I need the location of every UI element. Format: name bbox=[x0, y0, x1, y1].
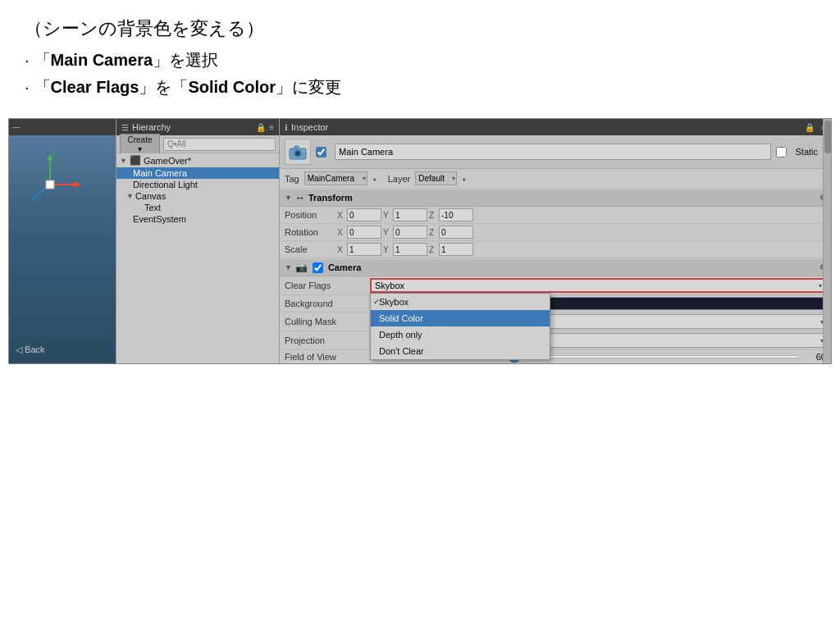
back-label[interactable]: ◁ Back bbox=[16, 345, 45, 355]
clear-flags-dropdown: Skybox Solid Color Depth only Don't Clea… bbox=[370, 293, 550, 360]
hierarchy-item-text[interactable]: Text bbox=[116, 202, 279, 213]
tag-dropdown-hint: ⬧ bbox=[372, 175, 377, 183]
hierarchy-item-canvas[interactable]: ▼ Canvas bbox=[116, 190, 279, 202]
position-z-label: Z bbox=[429, 211, 437, 220]
svg-rect-5 bbox=[46, 180, 54, 189]
scale-z-label: Z bbox=[429, 245, 437, 254]
main-camera-label: Main Camera bbox=[133, 168, 187, 178]
camera-enabled-checkbox[interactable] bbox=[313, 262, 323, 273]
gameobject-unity-icon: ⬛ bbox=[130, 155, 141, 166]
hierarchy-item-eventsystem[interactable]: EventSystem bbox=[116, 213, 279, 225]
projection-label: Projection bbox=[285, 336, 367, 345]
gizmo-svg: y x bbox=[17, 152, 83, 217]
inspector-topbar: Static ▾ bbox=[280, 135, 831, 169]
position-y-input[interactable] bbox=[393, 208, 427, 221]
camera-icon bbox=[288, 144, 308, 160]
inspector-title: Inspector bbox=[291, 122, 801, 132]
rotation-xyz: X Y Z bbox=[337, 226, 826, 239]
directional-light-label: Directional Light bbox=[133, 180, 198, 189]
canvas-label: Canvas bbox=[135, 191, 166, 201]
svg-rect-12 bbox=[303, 150, 305, 152]
hierarchy-content: ▼ ⬛ GameOver* Main Camera Directional Li… bbox=[116, 153, 279, 363]
static-label: Static bbox=[795, 147, 818, 157]
background-label: Background bbox=[285, 299, 367, 308]
scale-label: Scale bbox=[285, 244, 334, 254]
tag-layer-row: Tag MainCamera ⬧ Layer Default ⬧ bbox=[280, 169, 831, 189]
position-xyz: X Y Z bbox=[337, 208, 826, 221]
scene-content: y x ◁ Back bbox=[9, 135, 116, 363]
dropdown-item-skybox[interactable]: Skybox bbox=[371, 294, 550, 310]
hierarchy-item-main-camera[interactable]: Main Camera bbox=[116, 167, 279, 179]
projection-row: Projection Perspective bbox=[280, 331, 831, 350]
rotation-y-input[interactable] bbox=[393, 226, 427, 239]
clear-flags-current-value: Skybox bbox=[375, 281, 404, 290]
scale-x-input[interactable] bbox=[347, 243, 381, 256]
svg-text:x: x bbox=[82, 181, 83, 189]
eventsystem-label: EventSystem bbox=[133, 214, 186, 224]
clear-flags-row: Clear Flags Skybox Skybox Solid Color De… bbox=[280, 276, 831, 295]
camera-header: ▼ 📷 Camera ⚙ bbox=[280, 258, 831, 276]
hierarchy-search[interactable] bbox=[163, 138, 276, 151]
transform-header: ▼ ↔ Transform ⚙ bbox=[280, 189, 831, 207]
text-label: Text bbox=[144, 203, 161, 212]
fov-label: Field of View bbox=[285, 352, 367, 362]
position-row: Position X Y Z bbox=[280, 207, 831, 224]
rotation-z-label: Z bbox=[429, 228, 437, 237]
dropdown-item-solid-color[interactable]: Solid Color bbox=[371, 310, 550, 326]
scrollbar-thumb bbox=[824, 121, 831, 153]
transform-arrow: ▼ bbox=[285, 194, 292, 202]
layer-label: Layer bbox=[388, 174, 411, 184]
dropdown-item-depth-only[interactable]: Depth only bbox=[371, 326, 550, 343]
layer-select-wrap: Default bbox=[415, 171, 457, 185]
hierarchy-toolbar: Create ▾ bbox=[116, 135, 279, 153]
camera-comp-arrow: ▼ bbox=[285, 263, 292, 272]
rotation-label: Rotation bbox=[285, 227, 334, 237]
culling-mask-row: Culling Mask Everything bbox=[280, 313, 831, 331]
scale-xyz: X Y Z bbox=[337, 243, 826, 256]
bullet-2: · bbox=[25, 78, 30, 97]
inspector-lock-icon[interactable]: 🔒 bbox=[805, 123, 815, 132]
position-x-input[interactable] bbox=[347, 208, 381, 221]
hierarchy-menu-icon[interactable]: ≡ bbox=[269, 123, 274, 132]
inspector-panel: ℹ Inspector 🔒 ≡ bbox=[280, 119, 831, 363]
object-name-input[interactable] bbox=[335, 144, 771, 160]
instruction-item-1: · 「Main Camera」を選択 bbox=[25, 49, 815, 71]
tag-select-wrap: MainCamera bbox=[304, 171, 368, 185]
culling-mask-label: Culling Mask bbox=[285, 317, 367, 326]
rotation-z-input[interactable] bbox=[439, 226, 473, 239]
inspector-content: Static ▾ Tag MainCamera ⬧ Layer Default bbox=[280, 135, 831, 363]
layer-dropdown-hint: ⬧ bbox=[462, 175, 466, 183]
inspector-icon: ℹ bbox=[285, 123, 288, 132]
create-button[interactable]: Create ▾ bbox=[120, 134, 160, 155]
object-enabled-checkbox[interactable] bbox=[316, 147, 326, 158]
layer-select[interactable]: Default bbox=[415, 171, 457, 185]
static-checkbox[interactable] bbox=[776, 147, 787, 158]
camera-comp-title: Camera bbox=[328, 262, 816, 272]
hierarchy-lock-icon[interactable]: 🔒 bbox=[256, 123, 266, 132]
scale-y-input[interactable] bbox=[393, 243, 427, 256]
tag-label: Tag bbox=[285, 174, 299, 184]
inspector-scrollbar[interactable] bbox=[823, 119, 831, 363]
inspector-header: ℹ Inspector 🔒 ≡ bbox=[280, 119, 831, 135]
camera-comp-icon: 📷 bbox=[295, 262, 308, 273]
hierarchy-panel: ☰ Hierarchy 🔒 ≡ Create ▾ ▼ ⬛ GameOver* M… bbox=[116, 119, 280, 363]
gameobject-root[interactable]: ▼ ⬛ GameOver* bbox=[116, 153, 279, 167]
canvas-arrow: ▼ bbox=[126, 192, 134, 200]
instruction-item-2: · 「Clear Flags」を「Solid Color」に変更 bbox=[25, 76, 815, 98]
svg-text:y: y bbox=[52, 152, 55, 156]
scene-toolbar: — bbox=[9, 119, 116, 135]
scene-view: — y x ◁ Back bbox=[9, 119, 116, 363]
instruction-title: （シーンの背景色を変える） bbox=[25, 16, 815, 41]
svg-marker-3 bbox=[73, 181, 81, 188]
rotation-x-label: X bbox=[337, 228, 345, 237]
instruction-area: （シーンの背景色を変える） · 「Main Camera」を選択 · 「Clea… bbox=[0, 0, 840, 112]
dropdown-item-dont-clear[interactable]: Don't Clear bbox=[371, 343, 550, 359]
hierarchy-item-directional-light[interactable]: Directional Light bbox=[116, 179, 279, 190]
rotation-x-input[interactable] bbox=[347, 226, 381, 239]
tag-select[interactable]: MainCamera bbox=[304, 171, 368, 185]
position-z-input[interactable] bbox=[439, 208, 473, 221]
scale-z-input[interactable] bbox=[439, 243, 473, 256]
scale-y-label: Y bbox=[383, 245, 391, 254]
scene-toolbar-btn[interactable]: — bbox=[12, 123, 20, 131]
clear-flags-dropdown-trigger[interactable]: Skybox bbox=[370, 278, 826, 293]
